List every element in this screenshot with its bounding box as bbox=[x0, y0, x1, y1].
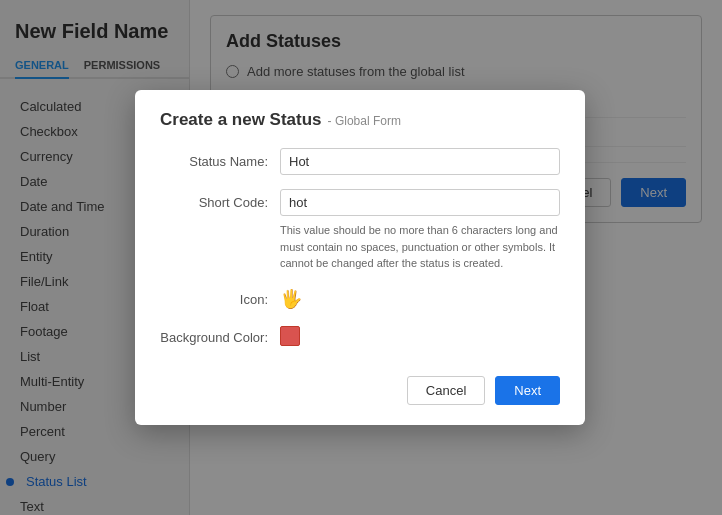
color-swatch[interactable] bbox=[280, 326, 300, 346]
status-name-label: Status Name: bbox=[160, 148, 280, 169]
create-status-dialog: Create a new Status - Global Form Status… bbox=[135, 90, 585, 425]
status-name-row: Status Name: bbox=[160, 148, 560, 175]
hint-text: This value should be no more than 6 char… bbox=[280, 222, 560, 272]
dialog-subtitle: - Global Form bbox=[328, 114, 401, 128]
bg-color-row: Background Color: bbox=[160, 324, 560, 346]
short-code-input[interactable] bbox=[280, 189, 560, 216]
status-name-input[interactable] bbox=[280, 148, 560, 175]
bg-color-label: Background Color: bbox=[160, 324, 280, 345]
dialog-cancel-button[interactable]: Cancel bbox=[407, 376, 485, 405]
icon-preview[interactable]: 🖐 bbox=[280, 288, 302, 310]
icon-label: Icon: bbox=[160, 286, 280, 307]
short-code-row: Short Code: This value should be no more… bbox=[160, 189, 560, 272]
short-code-label: Short Code: bbox=[160, 189, 280, 210]
dialog-title: Create a new Status - Global Form bbox=[160, 110, 560, 130]
icon-row: Icon: 🖐 bbox=[160, 286, 560, 310]
dialog-next-button[interactable]: Next bbox=[495, 376, 560, 405]
dialog-footer: Cancel Next bbox=[160, 366, 560, 405]
